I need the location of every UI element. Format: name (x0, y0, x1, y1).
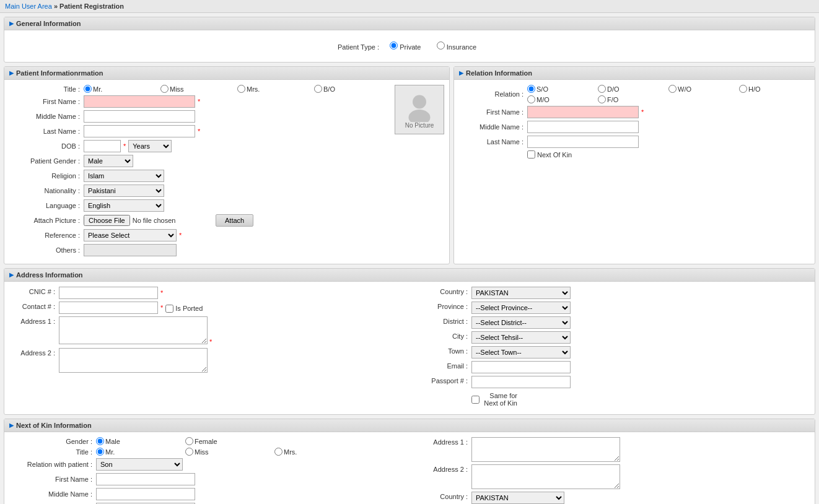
title-mr-radio[interactable] (84, 85, 92, 93)
relation-fo-label[interactable]: F/O (598, 95, 666, 103)
nok-gender-male-radio[interactable] (96, 437, 104, 445)
general-info-title: General Information (16, 20, 81, 27)
first-name-input[interactable] (84, 95, 195, 108)
district-select[interactable]: --Select District-- (471, 316, 571, 329)
nok-gender-male-label[interactable]: Male (96, 437, 183, 445)
picture-placeholder: No Picture (395, 85, 444, 134)
cnic-required: * (160, 289, 163, 297)
nok-title-mr-radio[interactable] (96, 448, 104, 456)
religion-select[interactable]: Islam Christianity Hinduism (84, 170, 164, 182)
cnic-row: CNIC # : * (9, 287, 403, 299)
same-nok-checkbox[interactable] (471, 396, 480, 404)
nok-title-mr-label[interactable]: Mr. (96, 448, 183, 456)
title-mrs-radio[interactable] (237, 85, 245, 93)
first-name-wrap: * (84, 95, 388, 108)
nok-title-mrs-radio[interactable] (274, 448, 282, 456)
nok-two-col: Gender : Male Female Title : Mr. Miss Mr… (9, 437, 810, 504)
passport-wrap (471, 376, 810, 388)
district-row: District : --Select District-- (416, 316, 810, 329)
breadcrumb-home[interactable]: Main User Area (5, 2, 52, 10)
nok-country-select[interactable]: PAKISTAN (471, 492, 564, 504)
rel-last-name-input[interactable] (527, 136, 639, 148)
address-info-title: Address Information (16, 271, 83, 279)
address2-textarea[interactable] (59, 348, 208, 373)
file-input[interactable] (84, 215, 213, 226)
nationality-select[interactable]: Pakistani Other (84, 185, 164, 197)
general-info-header[interactable]: General Information (4, 17, 815, 30)
address1-textarea[interactable] (59, 316, 208, 344)
nok-title-mrs-label[interactable]: Mrs. (274, 448, 361, 456)
dob-unit-select[interactable]: Years Months Days (128, 140, 172, 152)
title-miss-radio[interactable] (160, 85, 169, 93)
nok-middle-name-input[interactable] (96, 488, 195, 500)
relation-info-header[interactable]: Relation Information (454, 67, 815, 80)
district-label: District : (416, 316, 471, 325)
relation-so-radio[interactable] (527, 85, 535, 93)
town-select[interactable]: --Select Town-- (471, 346, 571, 358)
relation-wo-label[interactable]: W/O (668, 85, 737, 93)
nok-first-name-input[interactable] (96, 473, 195, 485)
attach-button[interactable]: Attach (216, 214, 253, 227)
nok-title-miss-radio[interactable] (185, 448, 193, 456)
nok-info-header[interactable]: Next of Kin Information (4, 419, 815, 432)
patient-info-header[interactable]: Patient Informationrmation (4, 67, 449, 80)
same-nok-text: Same for Next of Kin (481, 392, 517, 407)
address-info-header[interactable]: Address Information (4, 269, 815, 282)
passport-input[interactable] (471, 376, 571, 388)
cnic-input[interactable] (59, 287, 158, 299)
nok-checkbox[interactable] (527, 150, 535, 159)
contact-wrap: * Is Ported (59, 302, 403, 314)
nok-address1-wrap (471, 437, 810, 462)
nok-address2-textarea[interactable] (471, 464, 620, 489)
reference-select[interactable]: Please Select (84, 229, 177, 241)
last-name-input[interactable] (84, 125, 195, 137)
country-select[interactable]: PAKISTAN (471, 287, 571, 299)
contact-input[interactable] (59, 302, 158, 314)
dob-required: * (123, 142, 126, 150)
title-mr-label[interactable]: Mr. (84, 85, 158, 93)
rel-last-name-row: Last Name : (459, 136, 810, 148)
rel-first-name-input[interactable] (527, 106, 639, 118)
relation-so-label[interactable]: S/O (527, 85, 595, 93)
relation-mo-label[interactable]: M/O (527, 95, 595, 103)
relation-do-radio[interactable] (598, 85, 606, 93)
rel-last-name-wrap (527, 136, 810, 148)
relation-do-label[interactable]: D/O (598, 85, 666, 93)
email-input[interactable] (471, 361, 571, 373)
title-miss-label[interactable]: Miss (160, 85, 235, 93)
nok-gender-female-radio[interactable] (185, 437, 193, 445)
title-bo-radio[interactable] (314, 85, 322, 93)
gender-select[interactable]: Male Female (84, 155, 133, 167)
address1-required: * (209, 338, 212, 345)
address2-row: Address 2 : (9, 348, 403, 373)
relation-ho-label[interactable]: H/O (739, 85, 807, 93)
same-nok-label[interactable]: Same for Next of Kin (471, 391, 521, 407)
nok-checkbox-label[interactable]: Next Of Kin (527, 150, 595, 159)
patient-type-insurance-label[interactable]: Insurance (437, 43, 476, 51)
province-select[interactable]: --Select Province-- (471, 302, 571, 314)
relation-wo-radio[interactable] (668, 85, 677, 93)
nok-relation-select[interactable]: Son Daughter Wife Husband Father Mother (96, 458, 183, 471)
nok-gender-female-label[interactable]: Female (185, 437, 272, 445)
patient-type-private-label[interactable]: Private (390, 43, 423, 51)
patient-type-private-radio[interactable] (390, 41, 398, 50)
dob-input[interactable] (84, 140, 121, 152)
language-select[interactable]: English Urdu (84, 199, 164, 212)
nok-title-miss-label[interactable]: Miss (185, 448, 272, 456)
relation-fo-radio[interactable] (598, 95, 606, 103)
middle-name-input[interactable] (84, 110, 195, 123)
title-bo-label[interactable]: B/O (314, 85, 388, 93)
district-wrap: --Select District-- (471, 316, 810, 329)
city-select[interactable]: --Select Tehsil-- (471, 331, 571, 344)
patient-type-insurance-radio[interactable] (437, 41, 445, 50)
address1-wrap: * (59, 316, 403, 345)
nok-address1-row: Address 1 : (416, 437, 810, 462)
is-ported-checkbox[interactable] (165, 305, 173, 313)
title-mrs-label[interactable]: Mrs. (237, 85, 312, 93)
rel-middle-name-input[interactable] (527, 121, 639, 133)
relation-mo-radio[interactable] (527, 95, 535, 103)
is-ported-label[interactable]: Is Ported (165, 303, 215, 313)
nok-address1-textarea[interactable] (471, 437, 620, 462)
relation-ho-radio[interactable] (739, 85, 747, 93)
others-input[interactable] (84, 244, 177, 256)
